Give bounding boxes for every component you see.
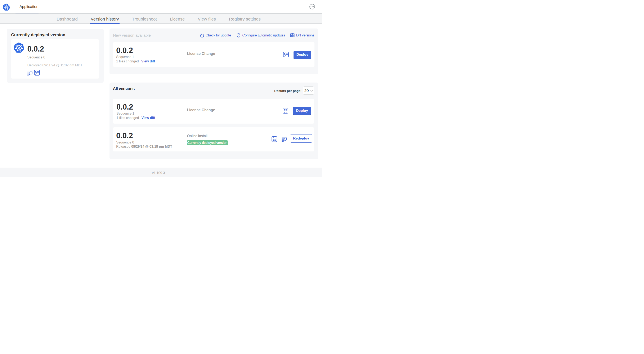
tab-registry-settings[interactable]: Registry settings — [229, 14, 261, 24]
kubernetes-logo-icon — [3, 3, 10, 11]
configure-automatic-updates-link[interactable]: Configure automatic updates — [236, 33, 285, 38]
new-version-sequence: Sequence 1 — [116, 55, 134, 59]
configure-automatic-updates-label: Configure automatic updates — [242, 34, 285, 37]
redeploy-button[interactable]: Redeploy — [290, 134, 312, 143]
new-version-files-line: 1 files changed View diff — [116, 60, 155, 63]
check-for-update-label: Check for update — [206, 34, 231, 37]
release-notes-icon[interactable] — [27, 70, 33, 76]
subnav-items: Dashboard Version history Troubleshoot L… — [57, 14, 261, 24]
deployed-sequence: Sequence 0 — [28, 56, 45, 59]
console-version: v1.109.3 — [152, 171, 165, 175]
currently-deployed-card — [11, 39, 99, 79]
preflight-checks-icon[interactable] — [272, 136, 277, 142]
row2-version-title: 0.0.2 — [116, 132, 133, 140]
row1-files-changed-label: 1 files changed — [116, 116, 139, 120]
deployed-version-actions — [27, 70, 40, 76]
new-version-title: 0.0.2 — [116, 47, 133, 54]
tab-view-files[interactable]: View files — [198, 14, 216, 24]
diff-versions-label: Diff versions — [296, 34, 314, 37]
deploy-button[interactable]: Deploy — [294, 51, 311, 59]
ellipsis-menu-icon[interactable] — [310, 4, 315, 10]
currently-deployed-badge: Currently deployed version — [187, 140, 228, 146]
app-footer: v1.109.3 — [0, 168, 322, 177]
preflight-checks-icon[interactable] — [34, 70, 40, 76]
page-size-value: 20 — [304, 88, 309, 93]
diff-icon — [290, 33, 294, 37]
row2-released-date: 08/29/24 @ 03:18 pm MDT — [131, 145, 172, 148]
tab-version-history[interactable]: Version history — [91, 14, 119, 24]
row1-version-title: 0.0.2 — [116, 103, 133, 111]
subnav-bar: Dashboard Version history Troubleshoot L… — [0, 14, 322, 24]
update-links-row: Check for update Configure automatic upd… — [0, 33, 314, 38]
files-changed-label: 1 files changed — [116, 60, 139, 63]
row1-source: License Change — [187, 108, 215, 112]
row2-released-label: Released — [116, 145, 130, 148]
row2-released-line: Released 08/29/24 @ 03:18 pm MDT — [116, 145, 172, 148]
diff-versions-link[interactable]: Diff versions — [290, 33, 314, 37]
row1-sequence: Sequence 1 — [116, 112, 134, 115]
tab-dashboard[interactable]: Dashboard — [57, 14, 78, 24]
app-header: Application — [0, 0, 322, 14]
release-notes-icon[interactable] — [282, 137, 287, 142]
page-size-select[interactable]: 20 — [303, 87, 314, 95]
deployed-timestamp: Deployed 09/11/24 @ 11:02 am MDT — [28, 64, 82, 67]
preflight-checks-icon[interactable] — [283, 52, 289, 57]
check-for-update-link[interactable]: Check for update — [200, 33, 231, 38]
auto-update-icon — [236, 33, 240, 38]
tab-troubleshoot[interactable]: Troubleshoot — [132, 14, 157, 24]
chevron-down-icon — [310, 90, 313, 92]
app-tab-label[interactable]: Application — [20, 5, 38, 9]
deployed-version-title: 0.0.2 — [28, 45, 44, 53]
tab-license[interactable]: License — [170, 14, 185, 24]
view-diff-link[interactable]: View diff — [142, 116, 155, 120]
results-per-page-label: Results per page: — [260, 89, 302, 93]
row2-source: Online Install — [187, 134, 207, 138]
kubernetes-app-icon — [14, 42, 24, 53]
preflight-checks-icon[interactable] — [283, 108, 288, 114]
view-diff-link[interactable]: View diff — [141, 60, 155, 63]
row2-sequence: Sequence 0 — [116, 141, 134, 144]
deploy-button[interactable]: Deploy — [293, 107, 311, 115]
refresh-icon — [200, 33, 204, 38]
row1-files-line: 1 files changed View diff — [116, 116, 155, 120]
all-versions-heading: All versions — [113, 87, 134, 91]
new-version-source: License Change — [187, 52, 215, 56]
